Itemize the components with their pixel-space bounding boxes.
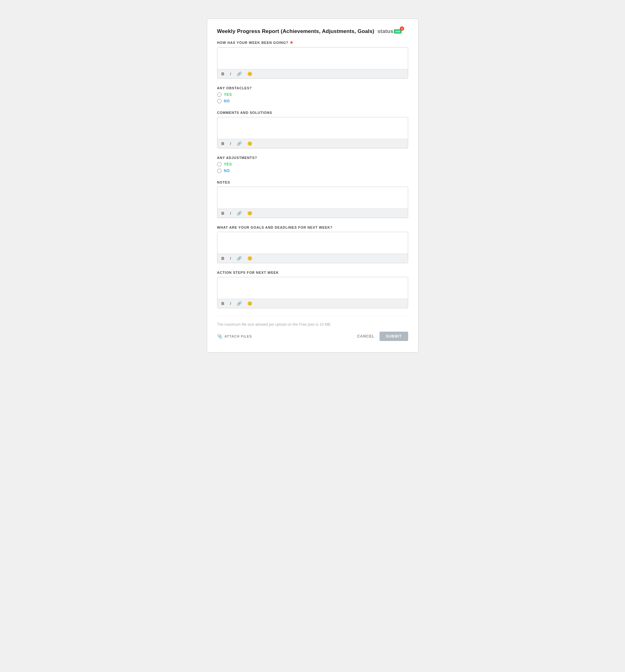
week-going-input[interactable] bbox=[217, 48, 408, 68]
obstacles-no-item[interactable]: NO bbox=[217, 99, 408, 103]
comments-editor: B I 🔗 🙂 bbox=[217, 117, 408, 148]
required-indicator: ★ bbox=[290, 40, 294, 45]
obstacles-yes-radio[interactable] bbox=[217, 92, 221, 97]
obstacles-radio-group: YES NO bbox=[217, 92, 408, 103]
notes-bold[interactable]: B bbox=[221, 211, 225, 216]
obstacles-yes-item[interactable]: YES bbox=[217, 92, 408, 97]
action-steps-input[interactable] bbox=[217, 277, 408, 297]
obstacles-no-radio[interactable] bbox=[217, 99, 221, 103]
goals-link[interactable]: 🔗 bbox=[236, 256, 243, 261]
week-going-bold[interactable]: B bbox=[221, 71, 225, 76]
action-steps-toolbar: B I 🔗 🙂 bbox=[217, 299, 408, 308]
goals-italic[interactable]: I bbox=[229, 256, 232, 261]
adjustments-no-radio[interactable] bbox=[217, 169, 221, 173]
adjustments-label: ANY ADJUSTMENTS? bbox=[217, 156, 408, 160]
goals-label: WHAT ARE YOUR GOALS AND DEADLINES FOR NE… bbox=[217, 225, 408, 229]
paperclip-icon: 📎 bbox=[217, 334, 223, 339]
form-title: Weekly Progress Report (Achievements, Ad… bbox=[217, 28, 375, 34]
adjustments-radio-group: YES NO bbox=[217, 162, 408, 173]
footer-section: The maximum file size allowed per upload… bbox=[217, 316, 408, 341]
adjustments-yes-item[interactable]: YES bbox=[217, 162, 408, 166]
comments-emoji[interactable]: 🙂 bbox=[246, 141, 253, 146]
goals-bold[interactable]: B bbox=[221, 256, 225, 261]
comments-italic[interactable]: I bbox=[229, 141, 232, 146]
goals-input[interactable] bbox=[217, 232, 408, 252]
obstacles-no-label: NO bbox=[224, 99, 230, 103]
comments-bold[interactable]: B bbox=[221, 141, 225, 146]
goals-section: WHAT ARE YOUR GOALS AND DEADLINES FOR NE… bbox=[217, 225, 408, 263]
obstacles-section: ANY OBSTACLES? YES NO bbox=[217, 86, 408, 103]
submit-button[interactable]: SUBMIT bbox=[380, 332, 408, 341]
adjustments-yes-label: YES bbox=[224, 162, 232, 166]
file-size-note: The maximum file size allowed per upload… bbox=[217, 322, 408, 327]
notes-input[interactable] bbox=[217, 187, 408, 207]
notes-italic[interactable]: I bbox=[229, 211, 232, 216]
week-going-label: HOW HAS YOUR WEEK BEEN GOING? ★ bbox=[217, 40, 408, 45]
obstacles-yes-label: YES bbox=[224, 92, 232, 97]
cancel-button[interactable]: CANCEL bbox=[357, 334, 375, 338]
goals-emoji[interactable]: 🙂 bbox=[246, 256, 253, 261]
notes-emoji[interactable]: 🙂 bbox=[246, 211, 253, 216]
week-going-link[interactable]: 🔗 bbox=[236, 71, 243, 76]
action-steps-link[interactable]: 🔗 bbox=[236, 301, 243, 306]
notes-section: NOTES B I 🔗 🙂 bbox=[217, 181, 408, 218]
week-going-toolbar: B I 🔗 🙂 bbox=[217, 69, 408, 78]
notes-label: NOTES bbox=[217, 181, 408, 184]
obstacles-label: ANY OBSTACLES? bbox=[217, 86, 408, 90]
adjustments-yes-radio[interactable] bbox=[217, 162, 221, 166]
notes-link[interactable]: 🔗 bbox=[236, 211, 243, 216]
attach-files-button[interactable]: 📎 ATTACH FILES bbox=[217, 334, 252, 339]
week-going-editor: B I 🔗 🙂 bbox=[217, 47, 408, 79]
action-steps-section: ACTION STEPS FOR NEXT WEEK B I 🔗 🙂 bbox=[217, 271, 408, 308]
goals-toolbar: B I 🔗 🙂 bbox=[217, 254, 408, 263]
action-steps-editor: B I 🔗 🙂 bbox=[217, 277, 408, 308]
brand-word: status bbox=[377, 28, 393, 34]
right-actions: CANCEL SUBMIT bbox=[357, 332, 408, 341]
action-row: 📎 ATTACH FILES CANCEL SUBMIT bbox=[217, 332, 408, 341]
adjustments-section: ANY ADJUSTMENTS? YES NO bbox=[217, 156, 408, 173]
comments-link[interactable]: 🔗 bbox=[236, 141, 243, 146]
adjustments-no-item[interactable]: NO bbox=[217, 169, 408, 173]
comments-label: COMMENTS AND SOLUTIONS bbox=[217, 111, 408, 115]
comments-toolbar: B I 🔗 🙂 bbox=[217, 139, 408, 148]
notification-badge: 2 bbox=[400, 26, 404, 31]
action-steps-italic[interactable]: I bbox=[229, 301, 232, 306]
action-steps-label: ACTION STEPS FOR NEXT WEEK bbox=[217, 271, 408, 274]
header-row: Weekly Progress Report (Achievements, Ad… bbox=[217, 28, 408, 34]
attach-label: ATTACH FILES bbox=[224, 334, 252, 338]
form-container: Weekly Progress Report (Achievements, Ad… bbox=[207, 19, 418, 353]
comments-input[interactable] bbox=[217, 117, 408, 138]
notes-editor: B I 🔗 🙂 bbox=[217, 187, 408, 218]
status-logo: status net 2 bbox=[377, 28, 402, 34]
week-going-italic[interactable]: I bbox=[229, 71, 232, 76]
adjustments-no-label: NO bbox=[224, 169, 230, 173]
action-steps-bold[interactable]: B bbox=[221, 301, 225, 306]
comments-section: COMMENTS AND SOLUTIONS B I 🔗 🙂 bbox=[217, 111, 408, 148]
week-going-emoji[interactable]: 🙂 bbox=[246, 71, 253, 76]
goals-editor: B I 🔗 🙂 bbox=[217, 232, 408, 263]
action-steps-emoji[interactable]: 🙂 bbox=[246, 301, 253, 306]
week-going-section: HOW HAS YOUR WEEK BEEN GOING? ★ B I 🔗 🙂 bbox=[217, 40, 408, 79]
notes-toolbar: B I 🔗 🙂 bbox=[217, 209, 408, 218]
